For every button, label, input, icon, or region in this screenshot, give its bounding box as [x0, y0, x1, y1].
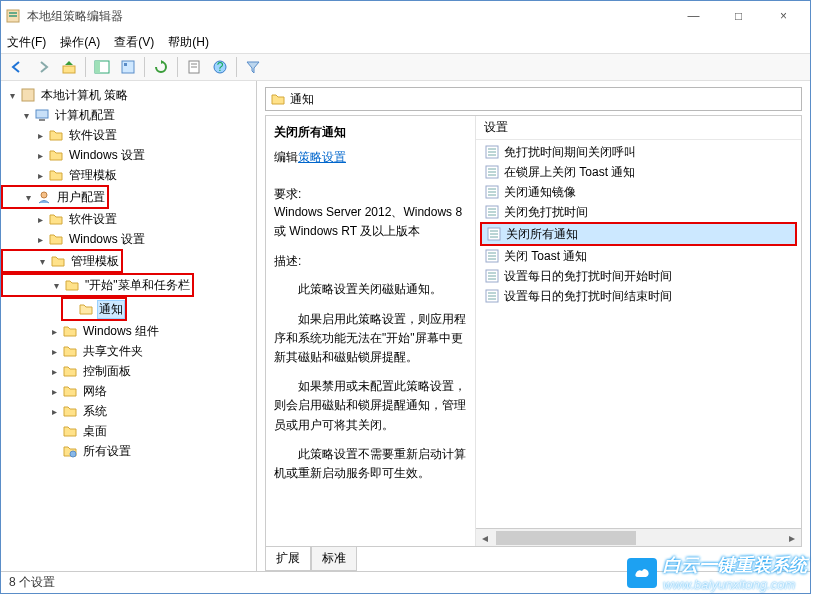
expander-icon[interactable]: ▸ [47, 386, 61, 397]
expander-icon[interactable]: ▸ [47, 406, 61, 417]
refresh-button[interactable] [149, 55, 173, 79]
expander-icon[interactable]: ▸ [33, 150, 47, 161]
tree-sw-settings-u[interactable]: ▸ 软件设置 [1, 209, 256, 229]
horizontal-scrollbar[interactable]: ◂ ▸ [476, 528, 801, 546]
requirements-text: Windows Server 2012、Windows 8 或 Windows … [274, 203, 467, 241]
menu-action[interactable]: 操作(A) [60, 34, 100, 51]
folder-icon [49, 253, 67, 269]
tree-system[interactable]: ▸ 系统 [1, 401, 256, 421]
path-current: 通知 [290, 91, 314, 108]
tree-start-taskbar[interactable]: ▾ "开始"菜单和任务栏 [3, 275, 192, 295]
expander-icon[interactable]: ▸ [47, 326, 61, 337]
tree-user-config[interactable]: ▾ 用户配置 [3, 187, 107, 207]
tree-desktop[interactable]: 桌面 [1, 421, 256, 441]
tree-all-settings[interactable]: 所有设置 [1, 441, 256, 461]
window-title: 本地组策略编辑器 [27, 8, 671, 25]
tree-root[interactable]: ▾ 本地计算机 策略 [1, 85, 256, 105]
expander-icon[interactable]: ▾ [19, 110, 33, 121]
back-button[interactable] [5, 55, 29, 79]
tree-pane[interactable]: ▾ 本地计算机 策略 ▾ 计算机配置 ▸ 软件设置 ▸ Windows 设置 ▸ [1, 81, 257, 571]
tree-win-settings-u[interactable]: ▸ Windows 设置 [1, 229, 256, 249]
gear-folder-icon [61, 443, 79, 459]
help-button[interactable]: ? [208, 55, 232, 79]
tree-control-panel[interactable]: ▸ 控制面板 [1, 361, 256, 381]
expander-icon[interactable]: ▾ [35, 256, 49, 267]
tree-sw-settings-c[interactable]: ▸ 软件设置 [1, 125, 256, 145]
setting-row[interactable]: 关闭 Toast 通知 [480, 246, 797, 266]
detail-title: 关闭所有通知 [274, 124, 467, 141]
export-list-button[interactable] [116, 55, 140, 79]
setting-row[interactable]: 免打扰时间期间关闭呼叫 [480, 142, 797, 162]
expander-icon[interactable]: ▸ [33, 170, 47, 181]
folder-icon [61, 403, 79, 419]
minimize-button[interactable]: — [671, 2, 716, 30]
watermark-url: www.baiyunxitong.com [663, 577, 807, 592]
maximize-button[interactable]: □ [716, 2, 761, 30]
settings-list[interactable]: 免打扰时间期间关闭呼叫在锁屏上关闭 Toast 通知关闭通知镜像关闭免打扰时间关… [476, 140, 801, 528]
forward-button[interactable] [31, 55, 55, 79]
watermark-logo-icon [627, 558, 657, 588]
tree-network[interactable]: ▸ 网络 [1, 381, 256, 401]
expander-icon[interactable]: ▾ [21, 192, 35, 203]
setting-label: 免打扰时间期间关闭呼叫 [504, 144, 636, 161]
tree-admin-templates-u[interactable]: ▾ 管理模板 [3, 251, 121, 271]
svg-rect-3 [63, 66, 75, 73]
scroll-right-icon[interactable]: ▸ [783, 530, 801, 546]
setting-label: 设置每日的免打扰时间结束时间 [504, 288, 672, 305]
tree-win-components[interactable]: ▸ Windows 组件 [1, 321, 256, 341]
scroll-left-icon[interactable]: ◂ [476, 530, 494, 546]
expander-icon[interactable]: ▸ [33, 234, 47, 245]
edit-policy-link[interactable]: 策略设置 [298, 149, 346, 166]
description-p3: 如果禁用或未配置此策略设置，则会启用磁贴和锁屏提醒通知，管理员或用户可将其关闭。 [274, 377, 467, 435]
user-icon [35, 189, 53, 205]
tab-extended[interactable]: 扩展 [265, 547, 311, 571]
policy-item-icon [484, 204, 500, 220]
svg-rect-1 [9, 12, 17, 14]
up-button[interactable] [57, 55, 81, 79]
tree-win-settings-c[interactable]: ▸ Windows 设置 [1, 145, 256, 165]
scrollbar-thumb[interactable] [496, 531, 636, 545]
tree-shared-folders[interactable]: ▸ 共享文件夹 [1, 341, 256, 361]
expander-icon[interactable]: ▸ [47, 346, 61, 357]
close-button[interactable]: × [761, 2, 806, 30]
setting-row[interactable]: 在锁屏上关闭 Toast 通知 [480, 162, 797, 182]
policy-item-icon [484, 144, 500, 160]
description-p4: 此策略设置不需要重新启动计算机或重新启动服务即可生效。 [274, 445, 467, 483]
properties-button[interactable] [182, 55, 206, 79]
column-header-settings[interactable]: 设置 [476, 116, 801, 140]
description-p2: 如果启用此策略设置，则应用程序和系统功能无法在"开始"屏幕中更新其磁贴和磁贴锁屏… [274, 310, 467, 368]
policy-item-icon [484, 268, 500, 284]
svg-rect-13 [22, 89, 34, 101]
svg-text:?: ? [217, 60, 224, 74]
tree-notifications[interactable]: 通知 [63, 299, 125, 319]
expander-icon[interactable]: ▾ [49, 280, 63, 291]
setting-row[interactable]: 设置每日的免打扰时间结束时间 [480, 286, 797, 306]
setting-row[interactable]: 关闭通知镜像 [480, 182, 797, 202]
svg-point-16 [41, 192, 47, 198]
folder-icon [47, 127, 65, 143]
filter-button[interactable] [241, 55, 265, 79]
show-hide-tree-button[interactable] [90, 55, 114, 79]
setting-label: 关闭免打扰时间 [504, 204, 588, 221]
expander-icon[interactable]: ▸ [33, 130, 47, 141]
menu-help[interactable]: 帮助(H) [168, 34, 209, 51]
folder-icon [61, 343, 79, 359]
svg-rect-7 [124, 63, 127, 66]
menu-file[interactable]: 文件(F) [7, 34, 46, 51]
app-icon [5, 8, 21, 24]
folder-icon [63, 277, 81, 293]
folder-icon [61, 363, 79, 379]
setting-row[interactable]: 关闭所有通知 [482, 224, 795, 244]
tab-standard[interactable]: 标准 [311, 547, 357, 571]
expander-icon[interactable]: ▸ [33, 214, 47, 225]
expander-icon[interactable]: ▾ [5, 90, 19, 101]
setting-row[interactable]: 设置每日的免打扰时间开始时间 [480, 266, 797, 286]
menu-view[interactable]: 查看(V) [114, 34, 154, 51]
setting-label: 在锁屏上关闭 Toast 通知 [504, 164, 635, 181]
tree-computer-config[interactable]: ▾ 计算机配置 [1, 105, 256, 125]
description-label: 描述: [274, 253, 467, 270]
tree-admin-templates-c[interactable]: ▸ 管理模板 [1, 165, 256, 185]
expander-icon[interactable]: ▸ [47, 366, 61, 377]
setting-row[interactable]: 关闭免打扰时间 [480, 202, 797, 222]
policy-item-icon [484, 184, 500, 200]
